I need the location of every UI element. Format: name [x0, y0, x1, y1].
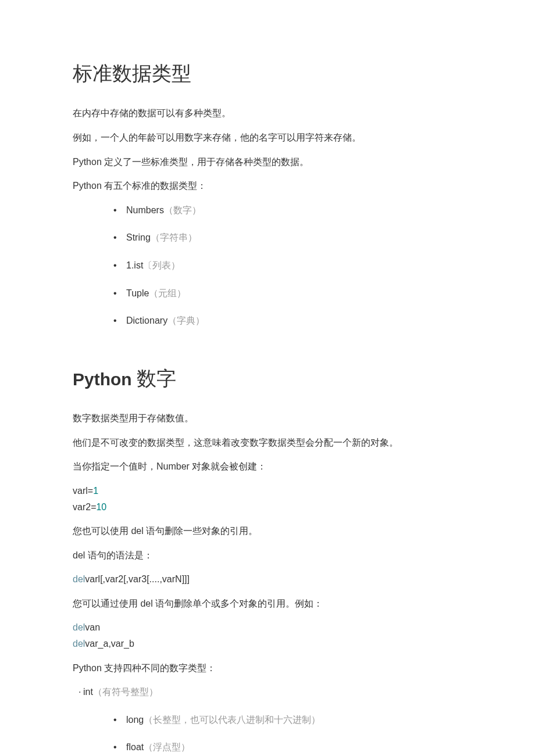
list-item-cjk: （字典）: [167, 316, 205, 325]
list-item-cjk: 〔列表）: [143, 260, 180, 270]
list-item-cjk: （长整型，也可以代表八进制和十六进制）: [144, 715, 320, 725]
paragraph: Python 支持四种不同的数字类型：: [73, 661, 462, 676]
code-body: var_a,var_b: [85, 639, 134, 648]
code-body: van: [85, 622, 100, 632]
code-var: var2=: [73, 502, 96, 512]
paragraph: 您可以通过使用 del 语句删除单个或多个对象的引用。例如：: [73, 596, 462, 611]
paragraph: 例如，一个人的年龄可以用数字来存储，他的名字可以用字符来存储。: [73, 130, 462, 145]
paragraph: 当你指定一个值时，Number 对象就会被创建：: [73, 459, 462, 474]
code-line: delvan: [73, 620, 462, 635]
text-latin: Python: [73, 181, 102, 191]
text-cjk: 支持四种不同的数字类型：: [102, 663, 216, 673]
data-types-list: Numbers（数字） String（字符串） 1.ist〔列表） Tuple（…: [73, 203, 462, 328]
paragraph: 他们是不可改变的数据类型，这意味着改变数字数据类型会分配一个新的对象。: [73, 435, 462, 450]
list-item-latin: Numbers: [126, 205, 164, 215]
text-latin: del: [73, 550, 85, 560]
text-latin: Python: [73, 157, 102, 167]
list-item-latin: long: [126, 715, 144, 725]
code-literal: 10: [96, 502, 106, 512]
text-cjk: 有五个标准的数据类型：: [102, 181, 206, 191]
list-item: Dictionary（字典）: [113, 313, 462, 328]
list-item-latin: Dictionary: [126, 316, 167, 325]
code-line: delvarl[,var2[,var3[....,varN]]]: [73, 572, 462, 587]
list-item-cjk: （浮点型）: [144, 742, 190, 752]
paragraph: Python 定义了一些标准类型，用于存储各种类型的数据。: [73, 155, 462, 170]
code-literal: 1: [93, 486, 98, 496]
text-cjk: 语句删除一些对象的引用。: [144, 526, 258, 536]
code-body: varl[,var2[,var3[....,varN]]]: [85, 574, 190, 584]
paragraph: 您也可以使用 del 语句删除一些对象的引用。: [73, 524, 462, 539]
list-item: long（长整型，也可以代表八进制和十六进制）: [113, 712, 462, 728]
list-item-latin: int: [83, 687, 93, 697]
text-cjk: 对象就会被创建：: [190, 461, 266, 471]
text-cjk: 当你指定一个值时，: [73, 461, 156, 471]
list-item: int（有符号整型）: [79, 685, 462, 700]
text-latin: del: [131, 526, 143, 536]
list-item: 1.ist〔列表）: [113, 258, 462, 273]
code-line: delvar_a,var_b: [73, 636, 462, 651]
paragraph: Python 有五个标准的数据类型：: [73, 178, 462, 194]
text-cjk: 您可以通过使用: [73, 599, 140, 608]
code-line: var2=10: [73, 500, 462, 515]
code-line: varl=1: [73, 483, 462, 499]
text-cjk: 语句删除单个或多个对象的引用。例如：: [153, 599, 323, 608]
list-item-latin: Tuple: [126, 288, 149, 298]
section-heading-1: 标准数据类型: [73, 58, 462, 89]
paragraph: del 语句的语法是：: [73, 548, 462, 563]
list-item-latin: 1.ist: [126, 260, 143, 270]
paragraph: 数字数据类型用于存储数值。: [73, 411, 462, 426]
list-item: float（浮点型）: [113, 740, 462, 755]
list-item: String（字符串）: [113, 230, 462, 245]
text-latin: Python: [73, 663, 102, 673]
heading-cjk: 数字: [132, 368, 177, 389]
number-types-list: int（有符号整型） long（长整型，也可以代表八进制和十六进制） float…: [73, 685, 462, 755]
list-item-latin: String: [126, 232, 151, 242]
text-cjk: 您也可以使用: [73, 526, 131, 536]
heading-latin: Python: [73, 370, 132, 389]
list-item-cjk: （字符串）: [151, 232, 197, 242]
list-item-latin: float: [126, 742, 144, 752]
list-item-cjk: （元组）: [149, 288, 186, 298]
list-item-cjk: （有符号整型）: [93, 687, 158, 697]
code-block: del 语句的语法是： delvarl[,var2[,var3[....,var…: [73, 548, 462, 587]
code-keyword: del: [73, 639, 85, 648]
code-block: 您可以通过使用 del 语句删除单个或多个对象的引用。例如： delvan de…: [73, 596, 462, 651]
code-block: 当你指定一个值时，Number 对象就会被创建： varl=1 var2=10: [73, 459, 462, 514]
text-latin: del: [140, 599, 152, 608]
code-keyword: del: [73, 622, 85, 632]
text-latin: Number: [156, 461, 190, 471]
list-item: Tuple（元组）: [113, 286, 462, 301]
code-keyword: del: [73, 574, 85, 584]
section-heading-2: Python 数字: [73, 363, 462, 395]
paragraph: 在内存中存储的数据可以有多种类型。: [73, 106, 462, 121]
list-item: Numbers（数字）: [113, 203, 462, 218]
list-item-cjk: （数字）: [164, 205, 201, 215]
text-cjk: 定义了一些标准类型，用于存储各种类型的数据。: [102, 157, 309, 167]
code-var: varl=: [73, 486, 93, 496]
text-cjk: 语句的语法是：: [85, 550, 152, 560]
